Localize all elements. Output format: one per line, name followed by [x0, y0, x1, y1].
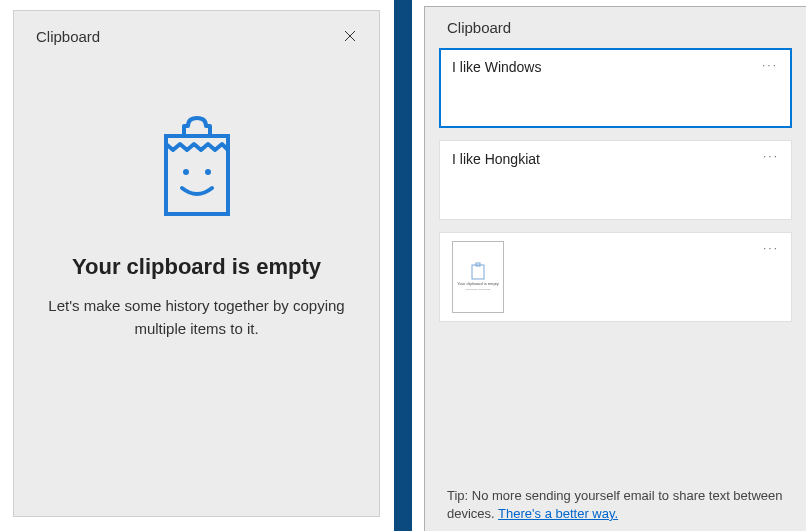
close-icon [344, 30, 356, 42]
thumb-caption: Your clipboard is empty——— ——— [457, 282, 498, 292]
tip-link[interactable]: There's a better way. [498, 506, 618, 521]
clipboard-panel-empty-inner: Clipboard Your [13, 10, 380, 517]
clipboard-mini-icon [471, 262, 485, 280]
panel-header: Clipboard [14, 11, 379, 51]
clipboard-item[interactable]: I like Windows ··· [439, 48, 792, 128]
panel-title: Clipboard [36, 28, 100, 45]
panel-divider [394, 0, 412, 531]
clipboard-panel-history-inner: Clipboard I like Windows ··· I like Hong… [424, 6, 806, 531]
panel-title: Clipboard [425, 7, 806, 48]
clipboard-panel-history: Clipboard I like Windows ··· I like Hong… [412, 0, 806, 531]
svg-rect-5 [472, 265, 484, 279]
svg-point-3 [183, 169, 189, 175]
clipboard-item-text: I like Hongkiat [452, 151, 540, 167]
clipboard-image-thumbnail: Your clipboard is empty——— ——— [452, 241, 504, 313]
clipboard-panel-empty: Clipboard Your [0, 0, 394, 531]
item-more-button[interactable]: ··· [763, 149, 779, 163]
clipboard-items-list: I like Windows ··· I like Hongkiat ··· Y… [425, 48, 806, 322]
item-more-button[interactable]: ··· [763, 241, 779, 255]
tip-text: Tip: No more sending yourself email to s… [447, 487, 796, 523]
clipboard-item[interactable]: Your clipboard is empty——— ——— ··· [439, 232, 792, 322]
item-more-button[interactable]: ··· [762, 58, 778, 72]
empty-heading: Your clipboard is empty [72, 254, 321, 280]
close-button[interactable] [335, 21, 365, 51]
clipboard-item-text: I like Windows [452, 59, 541, 75]
clipboard-smiley-icon [158, 116, 236, 224]
svg-point-4 [205, 169, 211, 175]
empty-subtext: Let's make some history together by copy… [47, 294, 347, 341]
clipboard-item[interactable]: I like Hongkiat ··· [439, 140, 792, 220]
